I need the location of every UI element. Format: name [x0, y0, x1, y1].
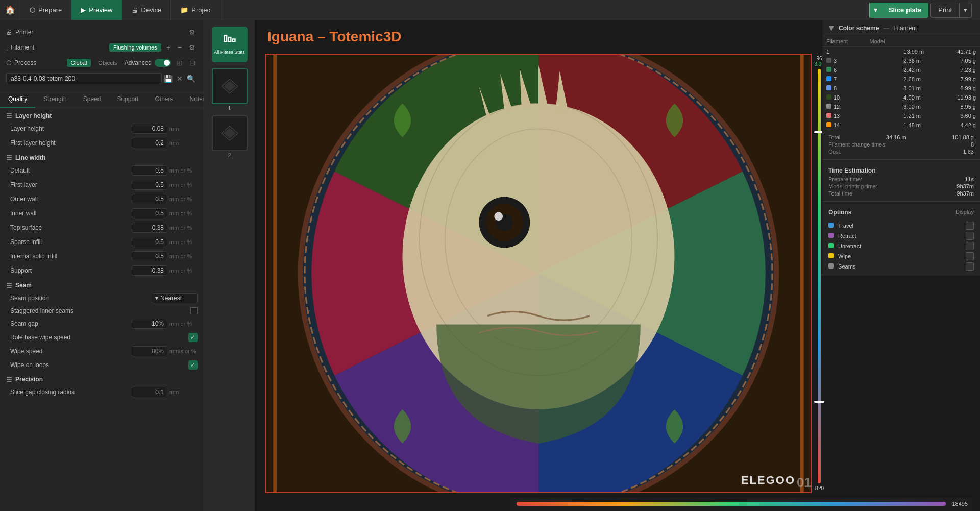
param-outer-wall: Outer wall mm or %: [0, 192, 204, 206]
tab-support[interactable]: Support: [109, 91, 146, 108]
option-dot: [828, 243, 834, 248]
param-first-layer-width: First layer mm or %: [0, 178, 204, 192]
layer-top-num: 96: [816, 56, 822, 61]
remove-filament-button[interactable]: −: [176, 42, 184, 53]
layer-slider-track[interactable]: [818, 69, 821, 483]
line-width-section[interactable]: Line width: [0, 150, 204, 163]
print-arrow[interactable]: ▾: [959, 3, 971, 17]
total-time-value: 9h37m: [957, 190, 974, 197]
param-layer-height-unit: mm: [169, 126, 198, 132]
weight-col-header: [941, 36, 980, 47]
wipe-speed-input[interactable]: [132, 346, 167, 356]
param-internal-solid-input[interactable]: [132, 251, 167, 261]
option-row: Retract: [828, 231, 974, 241]
param-first-layer-width-input[interactable]: [132, 180, 167, 190]
param-default-input[interactable]: [132, 165, 167, 176]
filament-controls: Flushing volumes + − ⚙: [109, 42, 198, 53]
role-wipe-speed-checkbox[interactable]: ✓: [188, 333, 198, 342]
param-first-layer-height-input[interactable]: [132, 138, 167, 148]
wipe-on-loops-checkbox[interactable]: ✓: [188, 360, 198, 370]
param-role-wipe-speed: Role base wipe speed ✓: [0, 331, 204, 344]
options-list: Travel Retract Unretract Wipe Seams: [828, 221, 974, 272]
option-toggle[interactable]: [966, 232, 974, 240]
slice-plate-button[interactable]: ▾ Slice plate: [869, 3, 928, 18]
color-scheme-label: Color scheme: [839, 25, 879, 32]
slice-arrow[interactable]: ▾: [869, 3, 881, 18]
layer-slider-handle-2[interactable]: [814, 401, 824, 403]
preview-tab[interactable]: ▶ Preview: [71, 0, 122, 20]
param-top-surface-input[interactable]: [132, 223, 167, 233]
plates-panel: All Plates Stats 1 2: [204, 20, 255, 511]
seam-gap-input[interactable]: [132, 319, 167, 329]
filament-table: Filament Model 1 13.99 m 41.71 g 3 2.36 …: [822, 36, 980, 130]
print-button[interactable]: Print ▾: [930, 3, 972, 18]
process-extra-1[interactable]: ⊞: [174, 58, 184, 68]
device-tab[interactable]: 🖨 Device: [122, 0, 172, 20]
tab-others[interactable]: Others: [146, 91, 181, 108]
param-layer-height-input[interactable]: [132, 124, 167, 134]
model-viewport[interactable]: ELEGOO: [265, 54, 812, 493]
global-button[interactable]: Global: [67, 59, 91, 67]
precision-section[interactable]: Precision: [0, 372, 204, 385]
printer-settings-button[interactable]: ⚙: [187, 27, 198, 37]
options-section: Options Display Travel Retract Unretract…: [822, 202, 980, 276]
precision-title: Precision: [15, 376, 43, 383]
profile-save-button[interactable]: 💾: [162, 74, 175, 84]
home-button[interactable]: 🏠: [0, 0, 20, 20]
option-toggle[interactable]: [966, 242, 974, 250]
all-plates-stats-button[interactable]: All Plates Stats: [210, 25, 250, 64]
tab-quality[interactable]: Quality: [0, 91, 35, 108]
filament-settings-button[interactable]: ⚙: [187, 42, 198, 53]
option-toggle[interactable]: [966, 222, 974, 230]
flushing-volumes-button[interactable]: Flushing volumes: [109, 43, 161, 52]
slice-label[interactable]: Slice plate: [881, 3, 928, 18]
objects-button[interactable]: Objects: [94, 59, 121, 67]
tab-strength[interactable]: Strength: [35, 91, 75, 108]
plate-1-container: 1: [212, 68, 248, 111]
slice-gap-input[interactable]: [132, 387, 167, 397]
option-toggle[interactable]: [966, 252, 974, 260]
process-extra-2[interactable]: ⊟: [187, 58, 198, 68]
filament-id: 14: [822, 120, 866, 130]
filament-length: 4.00 m: [899, 93, 941, 102]
layer-height-section[interactable]: Layer height: [0, 108, 204, 121]
plate-2-thumbnail[interactable]: [212, 115, 248, 151]
filament-weight: 8.95 g: [941, 102, 980, 111]
seam-title: Seam: [15, 282, 32, 289]
param-sparse-infill-input[interactable]: [132, 237, 167, 247]
filament-length: 2.36 m: [899, 56, 941, 65]
param-outer-wall-input[interactable]: [132, 194, 167, 204]
prepare-tab[interactable]: ⬡ Prepare: [20, 0, 71, 20]
project-icon: 📁: [180, 6, 188, 14]
plate-number: 01: [797, 475, 812, 491]
plate-1-thumbnail[interactable]: [212, 68, 248, 104]
filament-length: 2.68 m: [899, 75, 941, 84]
profile-input[interactable]: [6, 73, 162, 84]
param-support-input[interactable]: [132, 265, 167, 276]
project-tab[interactable]: 📁 Project: [171, 0, 222, 20]
staggered-seams-checkbox[interactable]: [190, 307, 198, 314]
profile-search-button[interactable]: 🔍: [185, 74, 198, 84]
filament-icon: |: [6, 44, 8, 51]
filament-id: 13: [822, 111, 866, 120]
param-inner-wall-input[interactable]: [132, 208, 167, 218]
tab-speed[interactable]: Speed: [75, 91, 109, 108]
svg-rect-2: [7, 117, 12, 118]
svg-rect-8: [7, 287, 12, 288]
quality-tabs: Quality Strength Speed Support Others No…: [0, 91, 204, 108]
advanced-toggle[interactable]: [155, 59, 171, 67]
print-label[interactable]: Print: [931, 3, 959, 17]
add-filament-button[interactable]: +: [164, 42, 173, 53]
preview-icon: ▶: [81, 6, 86, 14]
param-layer-height-label: Layer height: [10, 125, 132, 132]
profile-close-button[interactable]: ✕: [175, 74, 185, 84]
prepare-label: Prepare: [38, 6, 62, 14]
seam-position-select[interactable]: ▾ Nearest: [152, 293, 198, 303]
layer-progress-bar[interactable]: [517, 502, 946, 506]
svg-rect-4: [7, 157, 12, 158]
option-toggle[interactable]: [966, 262, 974, 271]
param-slice-gap: Slice gap closing radius mm: [0, 385, 204, 399]
param-sparse-infill: Sparse infill mm or %: [0, 235, 204, 249]
filament-change-label: Filament change times:: [828, 141, 887, 148]
seam-section[interactable]: Seam: [0, 278, 204, 291]
